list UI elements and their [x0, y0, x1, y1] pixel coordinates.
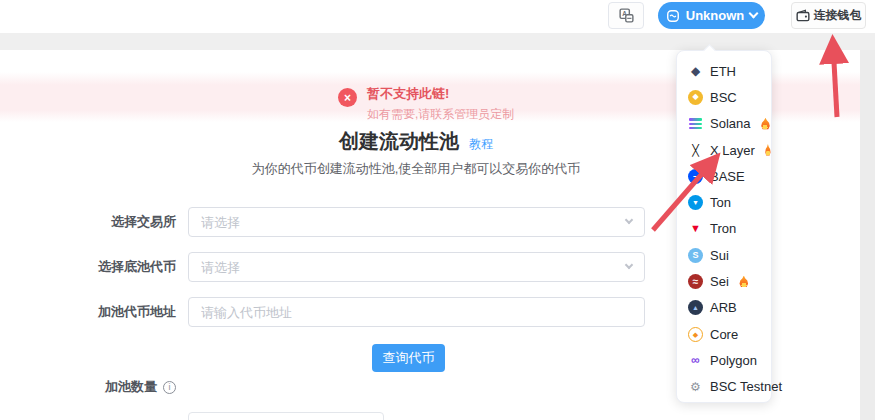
chain-item-solana[interactable]: Solana — [677, 111, 771, 137]
alert-message: 如有需要,请联系管理员定制 — [367, 106, 514, 123]
fire-icon — [765, 144, 771, 156]
exchange-select[interactable] — [188, 207, 645, 237]
wallet-icon — [796, 9, 810, 23]
network-icon — [666, 9, 680, 23]
chain-item-base[interactable]: – BASE — [677, 163, 771, 189]
chain-item-sui[interactable]: S Sui — [677, 242, 771, 268]
token-address-field[interactable] — [188, 297, 645, 327]
error-close-icon[interactable]: × — [338, 88, 357, 107]
header-divider-band — [0, 33, 875, 50]
token-address-label: 加池代币地址 — [0, 297, 176, 327]
page-scrollbar[interactable] — [860, 50, 875, 420]
sui-icon: S — [688, 248, 703, 263]
eth-icon: ◆ — [688, 64, 703, 79]
language-translate-button[interactable]: A — [608, 2, 644, 29]
x-layer-icon: ╳ — [688, 143, 703, 158]
chain-item-sei[interactable]: ≈ Sei — [677, 268, 771, 294]
polygon-icon: ∞ — [688, 353, 703, 368]
connect-wallet-button[interactable]: 连接钱包 — [791, 2, 866, 29]
fire-icon — [760, 118, 770, 130]
chain-dropdown-menu: ◆ ETH ◆ BSC Solana ╳ X Layer – BASE ▼ To… — [676, 50, 772, 403]
pool-amount-input[interactable] — [188, 412, 384, 420]
chain-item-polygon[interactable]: ∞ Polygon — [677, 347, 771, 373]
info-icon[interactable]: i — [163, 381, 176, 394]
chain-item-ton[interactable]: ▼ Ton — [677, 189, 771, 215]
sei-icon: ≈ — [688, 274, 703, 289]
base-token-select-input[interactable] — [189, 253, 644, 281]
chain-item-arb[interactable]: ▲ ARB — [677, 295, 771, 321]
app-window: A Unknown 连接钱包 × — [0, 0, 875, 420]
exchange-select-input[interactable] — [189, 208, 644, 236]
bsc-testnet-icon: ⚙ — [688, 379, 703, 394]
tutorial-link[interactable]: 教程 — [469, 137, 493, 151]
ton-icon: ▼ — [688, 195, 703, 210]
chain-item-tron[interactable]: ▼ Tron — [677, 216, 771, 242]
pool-amount-label: 加池数量 — [105, 378, 157, 396]
chain-item-core[interactable]: ◆ Core — [677, 321, 771, 347]
chain-item-x-layer[interactable]: ╳ X Layer — [677, 137, 771, 163]
chain-item-bsc[interactable]: ◆ BSC — [677, 84, 771, 110]
bsc-icon: ◆ — [688, 90, 703, 105]
core-icon: ◆ — [688, 327, 703, 342]
chevron-down-icon — [749, 9, 759, 19]
solana-icon — [688, 116, 703, 131]
query-token-button[interactable]: 查询代币 — [372, 344, 445, 372]
top-header: A Unknown 连接钱包 — [0, 0, 875, 33]
base-icon: – — [688, 169, 703, 184]
network-button-label: Unknown — [686, 8, 745, 23]
tron-icon: ▼ — [688, 221, 703, 236]
base-token-select-label: 选择底池代币 — [0, 252, 176, 282]
exchange-select-label: 选择交易所 — [0, 207, 176, 237]
base-token-select[interactable] — [188, 252, 645, 282]
chain-item-bsc-testnet[interactable]: ⚙ BSC Testnet — [677, 374, 771, 400]
fire-icon — [739, 276, 749, 288]
connect-wallet-label: 连接钱包 — [814, 7, 862, 24]
chain-item-eth[interactable]: ◆ ETH — [677, 58, 771, 84]
network-selector-button[interactable]: Unknown — [658, 2, 765, 29]
translate-icon: A — [618, 7, 635, 24]
page-title: 创建流动性池 — [339, 130, 459, 152]
alert-title: 暂不支持此链! — [367, 86, 514, 102]
token-address-input[interactable] — [189, 298, 644, 326]
arb-icon: ▲ — [688, 300, 703, 315]
